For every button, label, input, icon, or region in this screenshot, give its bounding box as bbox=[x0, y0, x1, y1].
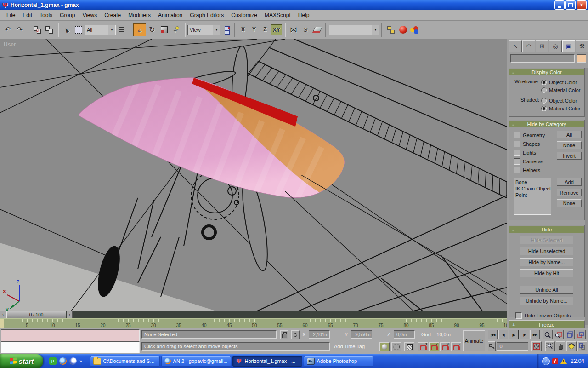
category-lights[interactable]: Lights bbox=[514, 148, 557, 157]
time-slider-prev[interactable]: ‹ bbox=[0, 311, 6, 318]
taskbar-window-gmax[interactable]: ΨHorizontal_1.gmax - ... bbox=[232, 356, 302, 367]
tab-display[interactable]: ▣ bbox=[562, 40, 575, 52]
taskbar-window-firefox[interactable]: AN 2 - gopavic@gmail... bbox=[161, 356, 231, 367]
select-and-scale-button[interactable] bbox=[158, 24, 170, 36]
media-player-icon[interactable] bbox=[69, 357, 77, 365]
select-and-manipulate-button[interactable]: + bbox=[170, 24, 182, 36]
tab-motion[interactable]: ◎ bbox=[549, 40, 562, 52]
unlink-selection-button[interactable] bbox=[43, 24, 55, 36]
hide-frozen-checkbox[interactable]: Hide Frozen Objects bbox=[515, 312, 584, 319]
add-time-tag[interactable]: Add Time Tag bbox=[332, 342, 376, 351]
x-coord-field[interactable]: -2,101m bbox=[309, 330, 330, 339]
button-hide-by-hit[interactable]: Hide by Hit bbox=[520, 269, 573, 277]
time-configuration-button[interactable] bbox=[531, 341, 541, 351]
animate-button[interactable]: Animate bbox=[463, 330, 485, 351]
mirror-button[interactable]: ⋈ bbox=[288, 24, 300, 36]
taskbar-window-photoshop[interactable]: PsAdobe Photoshop bbox=[304, 356, 373, 367]
close-button[interactable]: × bbox=[577, 0, 587, 10]
menu-maxscript[interactable]: MAXScript bbox=[261, 11, 294, 19]
shaded-degradation-toggle[interactable] bbox=[379, 342, 390, 351]
y-coord-field[interactable]: -9,556m bbox=[351, 330, 372, 339]
menu-customize[interactable]: Customize bbox=[227, 11, 261, 19]
taskbar-window-folder[interactable]: C:\Documents and Se... bbox=[90, 356, 160, 367]
zoom-region-button[interactable] bbox=[545, 341, 555, 351]
selection-region-button[interactable] bbox=[73, 24, 85, 36]
category-helpers[interactable]: Helpers bbox=[514, 166, 557, 174]
zoom-extents-all-button[interactable] bbox=[576, 330, 586, 339]
maxscript-listener-input[interactable] bbox=[1, 329, 140, 341]
button-hide-by-name[interactable]: Hide by Name... bbox=[520, 258, 573, 266]
zoom-extents-button[interactable] bbox=[565, 330, 575, 339]
select-and-link-button[interactable] bbox=[31, 24, 43, 36]
axis-constraint-x[interactable]: X bbox=[238, 24, 248, 34]
arc-rotate-button[interactable] bbox=[566, 341, 576, 351]
rollout-header-hide-by-category[interactable]: - Hide by Category bbox=[509, 121, 584, 127]
button-list-remove[interactable]: Remove bbox=[557, 189, 582, 196]
tray-warning-icon[interactable] bbox=[560, 358, 567, 364]
selection-filter-dropdown[interactable]: All▼ bbox=[85, 25, 116, 35]
tab-modify[interactable]: ◠ bbox=[522, 40, 535, 52]
firefox-icon[interactable] bbox=[59, 357, 67, 365]
tab-create[interactable]: ↖ bbox=[509, 40, 522, 52]
go-to-end-button[interactable]: ▶▶| bbox=[530, 330, 540, 339]
listbox-item[interactable]: Point bbox=[515, 192, 549, 198]
menu-edit[interactable]: Edit bbox=[19, 11, 36, 19]
named-selection-dropdown[interactable]: ▼ bbox=[329, 25, 379, 35]
tab-utilities[interactable]: ⚒ bbox=[576, 40, 588, 52]
rollout-header-freeze[interactable]: + Freeze bbox=[509, 321, 584, 328]
object-color-swatch[interactable] bbox=[577, 54, 586, 63]
menu-graph-editors[interactable]: Graph Editors bbox=[186, 11, 227, 19]
play-animation-button[interactable]: ▶ bbox=[509, 330, 519, 339]
quick-launch-chevron[interactable]: » bbox=[79, 359, 82, 364]
undo-button[interactable]: ↶ bbox=[2, 24, 14, 36]
go-to-start-button[interactable]: |◀◀ bbox=[488, 330, 498, 339]
select-and-move-button[interactable]: ↔↕ bbox=[133, 23, 146, 36]
utorrent-icon[interactable]: µ bbox=[49, 357, 57, 365]
button-hide-selected[interactable]: Hide Selected bbox=[520, 236, 573, 244]
snap-toggle-1[interactable]: 3 bbox=[418, 342, 428, 351]
time-slider-next[interactable]: › bbox=[67, 311, 73, 318]
pan-button[interactable] bbox=[556, 341, 565, 351]
menu-views[interactable]: Views bbox=[79, 11, 101, 19]
title-bar[interactable]: Ψ Horizontal_1.gmax - gmax × bbox=[0, 0, 588, 10]
selection-lock-toggle[interactable] bbox=[280, 330, 288, 339]
button-unhide-by-name[interactable]: Unhide by Name... bbox=[520, 297, 573, 305]
next-frame-button[interactable]: |▶ bbox=[520, 330, 529, 339]
wireframe-degradation-toggle[interactable] bbox=[391, 342, 401, 351]
object-name-field[interactable] bbox=[510, 54, 575, 63]
tab-hierarchy[interactable]: ⊞ bbox=[536, 40, 548, 52]
start-button[interactable]: start bbox=[0, 354, 43, 368]
menu-help[interactable]: Help bbox=[294, 11, 313, 19]
radio-shaded-object-color[interactable]: Object Color bbox=[541, 97, 582, 104]
use-center-button[interactable] bbox=[220, 24, 232, 36]
zoom-all-button[interactable] bbox=[554, 330, 564, 339]
category-cameras[interactable]: Cameras bbox=[514, 157, 557, 166]
tray-icon-red[interactable] bbox=[552, 358, 558, 364]
snap-toggle-2[interactable]: ∠ bbox=[429, 342, 439, 351]
redo-button[interactable]: ↷ bbox=[14, 24, 26, 36]
rollout-header-hide[interactable]: - Hide bbox=[509, 226, 584, 233]
listbox-item[interactable]: Bone bbox=[515, 179, 549, 185]
category-listbox[interactable]: BoneIK Chain ObjectPoint bbox=[514, 178, 551, 215]
zoom-button[interactable] bbox=[543, 330, 553, 339]
menu-modifiers[interactable]: Modifiers bbox=[124, 11, 154, 19]
restore-button[interactable] bbox=[565, 0, 576, 10]
current-frame-field[interactable]: 0 bbox=[497, 342, 528, 351]
axis-constraint-z[interactable]: Z bbox=[260, 24, 270, 34]
set-key-button[interactable] bbox=[488, 341, 496, 351]
snap-toggle-3[interactable]: % bbox=[440, 342, 450, 351]
select-and-rotate-button[interactable]: ↻ bbox=[146, 24, 158, 36]
category-geometry[interactable]: Geometry bbox=[514, 131, 557, 139]
previous-frame-button[interactable]: ◀| bbox=[498, 330, 508, 339]
axis-constraint-y[interactable]: Y bbox=[249, 24, 259, 34]
menu-create[interactable]: Create bbox=[101, 11, 124, 19]
reference-coordinate-dropdown[interactable]: View▼ bbox=[187, 25, 220, 35]
listbox-item[interactable]: IK Chain Object bbox=[515, 185, 549, 192]
minmax-toggle-button[interactable] bbox=[577, 341, 587, 351]
category-shapes[interactable]: Shapes bbox=[514, 139, 557, 148]
button-none[interactable]: None bbox=[557, 141, 582, 149]
panel-scrollbar[interactable] bbox=[585, 68, 588, 325]
radio-shaded-material-color[interactable]: Material Color bbox=[541, 104, 582, 112]
menu-group[interactable]: Group bbox=[56, 11, 79, 19]
button-hide-unselected[interactable]: Hide Unselected bbox=[520, 247, 573, 255]
